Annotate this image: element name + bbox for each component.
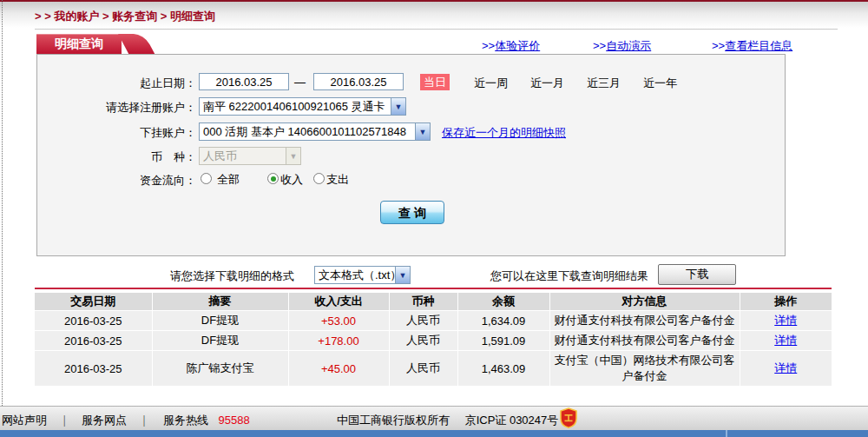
footer-service-outlets-link[interactable]: 服务网点 [82, 414, 127, 427]
save-monthly-snapshot-link[interactable]: 保存近一个月的明细快照 [442, 125, 566, 141]
table-row: 2016-03-25 DF提现 +178.00 人民币 1,591.09 财付通… [35, 331, 832, 351]
quick-range-year[interactable]: 近一年 [643, 76, 677, 91]
sub-account-label: 下挂账户： [53, 125, 196, 141]
download-format-value: 文本格式（.txt） [315, 268, 395, 283]
radio-flow-all[interactable] [201, 173, 212, 184]
link-experience-evaluation[interactable]: >>体验评价 [482, 38, 540, 54]
radio-flow-expense-label[interactable]: 支出 [326, 172, 349, 188]
footer-site-statement-link[interactable]: 网站声明 [2, 414, 47, 427]
table-top-red-rule [35, 288, 832, 289]
link-prefix: >> [482, 39, 495, 52]
sub-account-select[interactable]: 000 活期 基本户 1406600101102571848 ▼ [199, 122, 431, 141]
currency-value: 人民币 [200, 149, 286, 164]
query-form-panel: 起止日期： — 当日 近一周 近一月 近三月 近一年 请选择注册账户： 南平 6… [36, 54, 786, 256]
registered-account-select[interactable]: 南平 6222001406100921065 灵通卡 ▼ [199, 97, 406, 116]
transactions-table: 交易日期 摘要 收入/支出 币种 余额 对方信息 操作 2016-03-25 D… [35, 293, 832, 387]
footer-separator: ｜ [139, 414, 150, 427]
cell-amount: +53.00 [288, 311, 389, 331]
header-currency: 币种 [389, 293, 457, 311]
sub-account-value: 000 活期 基本户 1406600101102571848 [200, 124, 415, 140]
detail-link[interactable]: 详情 [774, 361, 797, 374]
bottom-blue-bar [0, 430, 868, 437]
download-format-label: 请您选择下载明细的格式 [170, 268, 294, 284]
chevron-down-icon: ▼ [415, 123, 430, 140]
link-auto-demo[interactable]: >>自动演示 [593, 38, 651, 54]
quick-range-month[interactable]: 近一月 [530, 76, 564, 91]
cell-action: 详情 [740, 351, 832, 387]
cell-action: 详情 [740, 311, 832, 331]
detail-link[interactable]: 详情 [774, 314, 797, 327]
tab-detail-query[interactable]: 明细查询 [36, 34, 122, 54]
cell-summary: DF提现 [152, 311, 288, 331]
quick-range-quarter[interactable]: 近三月 [587, 76, 621, 91]
quick-range-today-selected[interactable]: 当日 [420, 74, 450, 90]
header-date: 交易日期 [35, 293, 152, 311]
cell-currency: 人民币 [389, 331, 457, 351]
date-from-input[interactable] [199, 73, 289, 90]
chevron-down-icon: ▼ [286, 148, 300, 164]
header-counterparty: 对方信息 [549, 293, 740, 311]
header-balance: 余额 [457, 293, 549, 311]
footer-separator: ｜ [59, 414, 70, 427]
link-label: 自动演示 [606, 39, 651, 52]
cell-action: 详情 [740, 331, 832, 351]
registered-account-label: 请选择注册账户： [53, 100, 196, 116]
download-format-select[interactable]: 文本格式（.txt） ▼ [314, 266, 411, 284]
cell-currency: 人民币 [389, 311, 457, 331]
link-label: 体验评价 [495, 39, 540, 52]
cell-date: 2016-03-25 [35, 331, 152, 351]
download-button[interactable]: 下载 [658, 264, 736, 285]
footer-copyright: 中国工商银行版权所有 [337, 414, 450, 427]
download-hint: 您可以在这里下载查询明细结果 [490, 268, 648, 284]
radio-flow-all-label[interactable]: 全部 [217, 172, 240, 188]
chevron-down-icon: ▼ [391, 98, 405, 115]
quick-range-week[interactable]: 近一周 [474, 76, 508, 91]
tab-tail-shape [118, 34, 155, 54]
tab-label: 明细查询 [55, 36, 103, 50]
cell-currency: 人民币 [389, 351, 457, 387]
date-range-label: 起止日期： [53, 76, 196, 91]
footer-hotline-number: 95588 [219, 414, 250, 427]
footer-icp-number: 京ICP证 030247号 [465, 414, 559, 427]
icbc-seal-icon [560, 407, 577, 431]
table-row: 2016-03-25 DF提现 +53.00 人民币 1,634.09 财付通支… [35, 311, 832, 331]
detail-link[interactable]: 详情 [774, 334, 797, 347]
footer-hotline-label: 服务热线 [163, 414, 208, 427]
link-prefix: >> [593, 39, 606, 52]
date-to-input[interactable] [313, 73, 404, 90]
footer-left-links: 网站声明 ｜ 服务网点 ｜ 服务热线 95588 [2, 413, 250, 428]
fund-flow-label: 资金流向： [53, 173, 196, 189]
breadcrumb[interactable]: > > 我的账户 > 账务查询 > 明细查询 [35, 9, 215, 24]
cell-counterparty: 财付通支付科技有限公司客户备付金 [549, 331, 740, 351]
currency-label: 币 种： [53, 149, 196, 165]
cell-summary: DF提现 [152, 331, 288, 351]
radio-flow-expense[interactable] [313, 173, 325, 184]
footer: 网站声明 ｜ 服务网点 ｜ 服务热线 95588 中国工商银行版权所有 京ICP… [0, 406, 868, 430]
cell-balance: 1,463.09 [457, 351, 549, 387]
link-view-column-info[interactable]: >>查看栏目信息 [712, 38, 792, 54]
link-label: 查看栏目信息 [725, 39, 792, 52]
cell-counterparty: 财付通支付科技有限公司客户备付金 [549, 311, 740, 331]
cell-balance: 1,634.09 [457, 311, 549, 331]
cell-counterparty: 支付宝（中国）网络技术有限公司客户备付金 [549, 351, 740, 387]
chevron-down-icon: ▼ [395, 267, 410, 283]
radio-flow-income-label[interactable]: 收入 [280, 172, 303, 188]
cell-date: 2016-03-25 [35, 311, 152, 331]
query-button[interactable]: 查 询 [380, 201, 444, 224]
header-amount: 收入/支出 [288, 293, 389, 311]
registered-account-value: 南平 6222001406100921065 灵通卡 [200, 99, 391, 115]
table-header-row: 交易日期 摘要 收入/支出 币种 余额 对方信息 操作 [35, 293, 832, 311]
link-prefix: >> [712, 39, 725, 52]
table-row: 2016-03-25 陈广锦支付宝 +45.00 人民币 1,463.09 支付… [35, 351, 832, 387]
header-summary: 摘要 [152, 293, 288, 311]
cell-balance: 1,591.09 [457, 331, 549, 351]
cell-date: 2016-03-25 [35, 351, 152, 387]
cell-summary: 陈广锦支付宝 [152, 351, 288, 387]
radio-flow-income-checked[interactable] [267, 173, 279, 184]
breadcrumb-divider [35, 29, 838, 30]
header-action: 操作 [740, 293, 832, 311]
left-dotted-border [2, 0, 3, 406]
footer-copyright-area: 中国工商银行版权所有 京ICP证 030247号 [337, 413, 558, 428]
bottom-bar-divider [726, 430, 727, 437]
date-separator: — [294, 76, 306, 89]
